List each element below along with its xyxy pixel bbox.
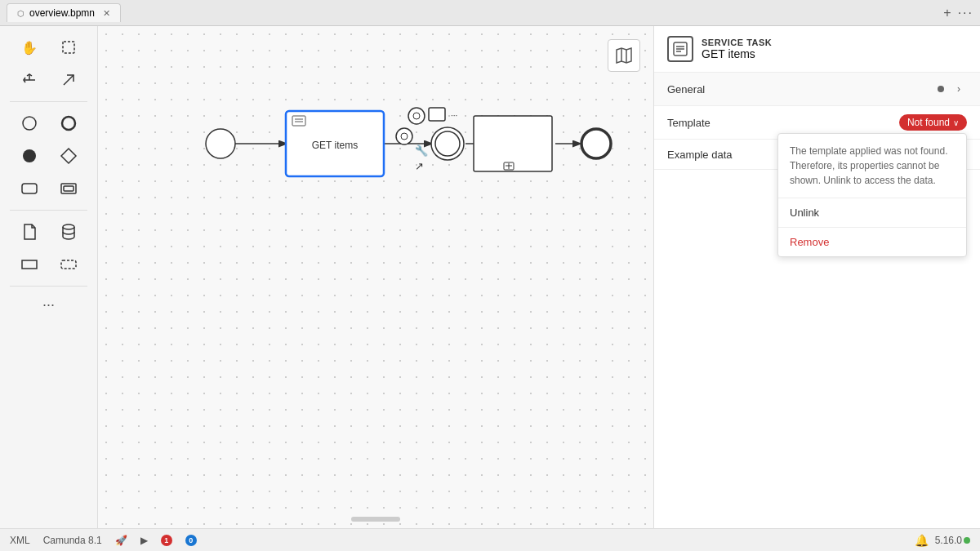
svg-rect-12 <box>22 260 37 269</box>
general-label: General <box>667 83 705 96</box>
unlink-action[interactable]: Unlink <box>778 198 966 227</box>
info-count: 0 <box>189 536 193 544</box>
end-event[interactable] <box>581 129 611 158</box>
rocket-icon: 🚀 <box>115 535 127 546</box>
diamond-tool[interactable] <box>51 141 87 171</box>
map-button[interactable] <box>608 39 640 72</box>
tool-row-6 <box>11 217 87 247</box>
svg-point-5 <box>62 117 75 130</box>
tab-file-icon: ⬡ <box>17 9 24 18</box>
context-event[interactable] <box>396 128 412 144</box>
svg-point-4 <box>23 117 36 130</box>
tab-overview-bpmn[interactable]: ⬡ overview.bpmn ✕ <box>7 3 121 22</box>
format-indicator: XML <box>10 535 30 546</box>
tool-row-7 <box>11 250 87 279</box>
map-icon <box>615 47 633 64</box>
error-count: 1 <box>164 536 168 544</box>
toolbar-divider-3 <box>10 286 87 287</box>
status-bar: XML Camunda 8.1 🚀 ▶ 1 0 🔔 5.16.0 <box>0 528 980 551</box>
move-tool-button[interactable] <box>11 65 47 95</box>
thick-circle-tool[interactable] <box>51 109 87 138</box>
hand-tool-button[interactable]: ✋ <box>11 33 47 62</box>
svg-text:GET items: GET items <box>312 140 358 151</box>
engine-indicator: Camunda 8.1 <box>43 535 102 546</box>
append-more-btn[interactable]: ··· <box>451 111 457 120</box>
error-indicator[interactable]: 1 <box>161 535 172 546</box>
template-label: Template <box>667 117 710 129</box>
left-toolbar: ✋ <box>0 26 98 528</box>
tooltip-message: The template applied was not found. Ther… <box>778 134 966 198</box>
start-event[interactable] <box>206 129 235 158</box>
error-count-circle: 1 <box>161 535 172 546</box>
svg-line-3 <box>64 75 74 85</box>
add-tab-button[interactable]: + <box>943 6 951 20</box>
context-wrench[interactable]: 🔧 <box>415 144 429 158</box>
db-tool[interactable] <box>51 217 87 247</box>
title-bar: ⬡ overview.bpmn ✕ + ··· <box>0 0 980 26</box>
lasso-tool-button[interactable] <box>51 33 87 62</box>
panel-header-title: SERVICE TASK <box>702 38 772 47</box>
panel-header-text: SERVICE TASK GET items <box>702 38 772 60</box>
svg-marker-27 <box>617 48 631 63</box>
version-status-dot <box>964 537 970 544</box>
notification-icon[interactable]: 🔔 <box>915 534 929 547</box>
version-badge: 5.16.0 <box>935 535 970 546</box>
more-options-button[interactable]: ··· <box>958 6 973 20</box>
play-icon: ▶ <box>140 535 148 546</box>
tool-row-5 <box>11 174 87 203</box>
section-chevron-button[interactable]: › <box>951 81 967 97</box>
remove-action[interactable]: Remove <box>778 228 966 256</box>
tool-row-1: ✋ <box>11 33 87 62</box>
format-label: XML <box>10 535 30 546</box>
section-header-actions: › <box>938 81 967 97</box>
badge-chevron: ∨ <box>953 118 959 127</box>
bpmn-diagram: GET items ··· 🔧 🗑 ↗ <box>98 26 653 528</box>
section-dot-indicator <box>938 86 944 92</box>
service-task-icon <box>667 36 693 62</box>
play-button[interactable]: ▶ <box>140 535 148 546</box>
version-label: 5.16.0 <box>935 535 962 546</box>
tab-label: overview.bpmn <box>29 7 95 19</box>
context-arrow[interactable]: ↗ <box>415 160 424 172</box>
arrow-tool-button[interactable] <box>51 65 87 95</box>
svg-rect-13 <box>61 260 76 269</box>
append-task-btn[interactable] <box>429 108 445 121</box>
title-bar-actions: + ··· <box>943 6 973 20</box>
dashed-rect-tool[interactable] <box>51 250 87 279</box>
svg-point-6 <box>23 149 36 162</box>
intermediate-event-inner[interactable] <box>435 131 460 156</box>
canvas-scrollbar[interactable] <box>351 517 400 522</box>
svg-point-11 <box>63 224 74 229</box>
svg-rect-8 <box>22 184 37 193</box>
doc-tool[interactable] <box>11 217 47 247</box>
tab-close-button[interactable]: ✕ <box>103 8 110 19</box>
status-right: 🔔 5.16.0 <box>915 534 970 547</box>
template-tooltip: The template applied was not found. Ther… <box>777 133 967 257</box>
not-found-text: Not found <box>907 117 950 128</box>
circle-outline-tool[interactable] <box>11 109 47 138</box>
engine-label: Camunda 8.1 <box>43 535 102 546</box>
example-data-label: Example data <box>667 149 733 161</box>
svg-point-22 <box>413 113 420 119</box>
general-section-header: General › <box>654 73 980 106</box>
bold-rect-tool[interactable] <box>51 174 87 203</box>
tool-row-3 <box>11 109 87 138</box>
svg-marker-7 <box>61 149 76 163</box>
plain-rect-tool[interactable] <box>11 250 47 279</box>
app: ✋ <box>0 26 980 551</box>
rounded-rect-tool[interactable] <box>11 174 47 203</box>
more-tools-button[interactable]: ··· <box>39 293 58 317</box>
deploy-button[interactable]: 🚀 <box>115 535 127 546</box>
tool-row-2 <box>11 65 87 95</box>
panel-header-subtitle: GET items <box>702 47 772 60</box>
tool-row-4 <box>11 141 87 171</box>
filled-circle-tool[interactable] <box>11 141 47 171</box>
info-indicator[interactable]: 0 <box>185 535 197 546</box>
not-found-badge[interactable]: Not found ∨ <box>899 114 967 131</box>
toolbar-divider-2 <box>10 210 87 211</box>
canvas[interactable]: GET items ··· 🔧 🗑 ↗ <box>98 26 653 528</box>
svg-rect-10 <box>64 186 74 191</box>
toolbar-divider-1 <box>10 101 87 102</box>
right-panel: SERVICE TASK GET items General › Templat… <box>653 26 980 528</box>
info-count-circle: 0 <box>185 535 197 546</box>
